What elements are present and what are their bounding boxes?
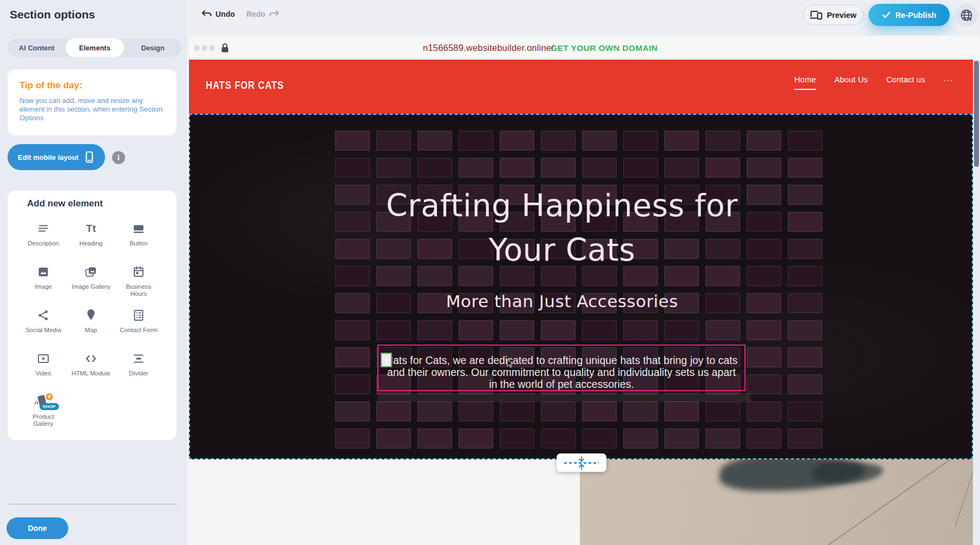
hero-tile	[376, 131, 411, 151]
hero-tile	[664, 320, 699, 340]
hero-tile	[582, 131, 617, 151]
text-lines-icon	[36, 220, 50, 237]
tab-ai-content[interactable]: AI Content	[8, 38, 66, 57]
tab-design[interactable]: Design	[124, 38, 182, 57]
add-element-heading[interactable]: Tt Heading	[67, 217, 115, 260]
add-element-image[interactable]: Image	[19, 260, 67, 303]
hero-tile	[500, 429, 534, 449]
image-gallery-icon	[83, 263, 99, 281]
preview-button[interactable]: Preview	[803, 5, 864, 25]
tile-joint	[955, 459, 973, 527]
site-logo[interactable]: HATS FOR CATS	[206, 79, 284, 92]
drag-handle[interactable]	[381, 353, 392, 367]
hero-tile	[747, 320, 781, 340]
hero-tile	[541, 429, 576, 449]
pavement-image	[580, 459, 973, 545]
next-section-blank	[189, 459, 580, 545]
hero-tile	[705, 320, 740, 340]
divider-icon	[132, 350, 146, 367]
done-button[interactable]: Done	[6, 517, 68, 539]
tip-body: Now you can add, move and resize any ele…	[19, 96, 165, 122]
hero-tile	[623, 401, 658, 421]
hero-tile	[376, 158, 411, 178]
add-element-product-gallery[interactable]: SHOP Product Gallery	[19, 390, 67, 433]
hero-tile	[335, 401, 370, 421]
tip-title: Tip of the day:	[19, 80, 165, 91]
hero-description-text[interactable]: Hats for Cats, we are dedicated to craft…	[378, 346, 744, 390]
hero-tile	[417, 401, 452, 421]
language-globe-button[interactable]	[955, 4, 978, 27]
republish-button[interactable]: Re-Publish	[868, 4, 950, 26]
hero-tile	[335, 158, 370, 178]
product-gallery-icon: SHOP	[31, 393, 55, 411]
info-icon[interactable]	[112, 151, 125, 164]
redo-button[interactable]: Redo	[246, 10, 279, 18]
section-options-panel: Section options AI Content Elements Desi…	[0, 0, 188, 545]
check-icon	[882, 11, 891, 18]
hero-tile	[376, 401, 411, 421]
tip-of-the-day-card: Tip of the day: Now you can add, move an…	[8, 69, 177, 135]
hero-tile	[541, 320, 576, 340]
hero-tile	[335, 320, 370, 340]
panel-tab-bar: AI Content Elements Design	[8, 38, 182, 57]
hero-tile	[705, 401, 740, 421]
hero-tile	[500, 320, 534, 340]
heading-icon: Tt	[86, 220, 96, 237]
globe-icon	[959, 8, 974, 22]
canvas-scrollbar	[973, 60, 980, 545]
hero-tile	[788, 131, 822, 151]
hero-tile	[500, 158, 534, 178]
hero-tile	[747, 429, 781, 449]
hero-tile	[747, 374, 781, 394]
shop-badge: SHOP	[40, 403, 59, 410]
hero-tile	[376, 320, 411, 340]
description-element-selected[interactable]: Hats for Cats, we are dedicated to craft…	[377, 345, 746, 391]
hero-subheading[interactable]: More than Just Accessories	[190, 291, 934, 311]
add-element-business-hours[interactable]: Business Hours	[115, 260, 162, 303]
nav-item-about-us[interactable]: About Us	[834, 75, 868, 89]
nav-more-menu[interactable]: ···	[943, 75, 953, 85]
add-element-html-module[interactable]: HTML Module	[67, 347, 115, 390]
hero-tile	[459, 131, 493, 151]
edit-mobile-layout-button[interactable]: Edit mobile layout	[8, 144, 105, 170]
tab-elements[interactable]: Elements	[66, 38, 123, 57]
share-icon	[36, 307, 50, 324]
hero-tile	[376, 429, 411, 449]
add-element-video[interactable]: Video	[19, 347, 67, 390]
add-element-button[interactable]: Button	[115, 217, 162, 260]
undo-button[interactable]: Undo	[201, 10, 235, 18]
sidebar-divider	[9, 504, 178, 504]
undo-icon	[201, 10, 212, 18]
hero-tile	[623, 158, 658, 178]
site-nav: Home About Us Contact us ···	[794, 75, 953, 90]
hero-tile	[500, 401, 534, 421]
site-url[interactable]: n1566589.websitebuilder.online/	[423, 43, 554, 53]
smartphone-icon	[84, 151, 95, 163]
add-element-contact-form[interactable]: Contact Form	[115, 303, 162, 347]
hero-tile	[417, 158, 452, 178]
add-element-map[interactable]: Map	[67, 303, 115, 347]
add-element-image-gallery[interactable]: Image Gallery	[67, 260, 115, 303]
hero-tile	[459, 401, 493, 421]
arrow-down-icon	[578, 456, 585, 462]
nav-item-contact-us[interactable]: Contact us	[886, 75, 925, 89]
section-resize-handle[interactable]	[557, 453, 606, 472]
hero-tile	[582, 401, 617, 421]
get-your-own-domain-link[interactable]: GET YOUR OWN DOMAIN	[551, 43, 658, 53]
hero-tile	[788, 401, 822, 421]
add-element-description[interactable]: Description	[19, 217, 67, 260]
hero-tile	[335, 429, 370, 449]
add-element-divider[interactable]: Divider	[115, 347, 162, 390]
hero-tile	[417, 320, 452, 340]
hero-tile	[664, 158, 699, 178]
hero-section-selected[interactable]: Crafting Happiness for Your Cats More th…	[189, 114, 973, 459]
hero-tile	[788, 347, 822, 367]
image-icon	[36, 263, 50, 281]
hero-heading[interactable]: Crafting Happiness for Your Cats	[190, 183, 934, 272]
nav-item-home[interactable]: Home	[794, 75, 816, 90]
edit-mobile-layout-label: Edit mobile layout	[18, 153, 79, 161]
scrollbar-thumb[interactable]	[974, 61, 979, 167]
hero-tile	[705, 158, 740, 178]
hero-tile	[788, 320, 822, 340]
add-element-social-media[interactable]: Social Media	[19, 303, 67, 347]
